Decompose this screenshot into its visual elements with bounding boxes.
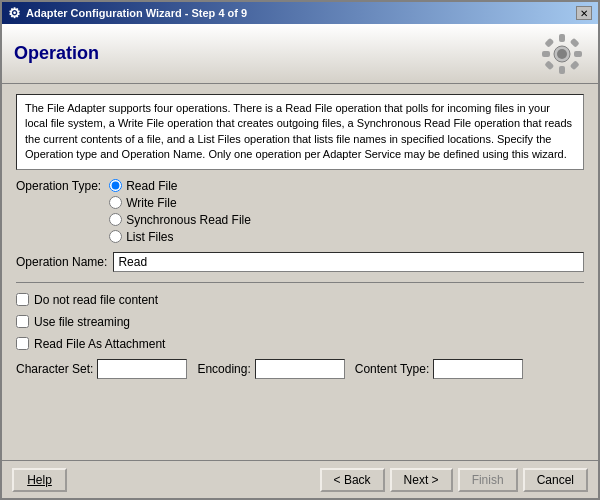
divider-1 xyxy=(16,282,584,283)
window-title: Adapter Configuration Wizard - Step 4 of… xyxy=(26,7,247,19)
header-section: Operation xyxy=(2,24,598,84)
svg-rect-5 xyxy=(544,37,554,47)
radio-write-file: Write File xyxy=(109,195,251,210)
operation-name-label: Operation Name: xyxy=(16,255,107,269)
radio-list-files-input[interactable] xyxy=(109,230,122,243)
svg-rect-6 xyxy=(570,37,580,47)
gear-icon xyxy=(538,30,586,78)
svg-rect-8 xyxy=(570,60,580,70)
back-button[interactable]: < Back xyxy=(320,468,385,492)
encoding-label: Encoding: xyxy=(197,362,250,376)
checkbox-streaming: Use file streaming xyxy=(16,315,584,329)
radio-write-file-label: Write File xyxy=(126,195,176,210)
operation-name-row: Operation Name: xyxy=(16,252,584,272)
checkbox-no-read: Do not read file content xyxy=(16,293,584,307)
charset-input[interactable] xyxy=(97,359,187,379)
content-area: The File Adapter supports four operation… xyxy=(2,84,598,460)
title-bar: ⚙ Adapter Configuration Wizard - Step 4 … xyxy=(2,2,598,24)
checkbox-attachment-input[interactable] xyxy=(16,337,29,350)
footer-left: Help xyxy=(12,468,67,492)
checkbox-streaming-input[interactable] xyxy=(16,315,29,328)
svg-point-9 xyxy=(557,49,567,59)
close-button[interactable]: ✕ xyxy=(576,6,592,20)
radio-read-file-label: Read File xyxy=(126,178,177,193)
radio-write-file-input[interactable] xyxy=(109,196,122,209)
content-type-group: Content Type: xyxy=(355,359,524,379)
encoding-input[interactable] xyxy=(255,359,345,379)
radio-options: Read File Write File Synchronous Read Fi… xyxy=(109,178,251,244)
operation-type-group: Operation Type: Read File Write File Syn… xyxy=(16,178,584,244)
encoding-group: Encoding: xyxy=(197,359,344,379)
svg-rect-3 xyxy=(542,51,550,57)
cancel-button[interactable]: Cancel xyxy=(523,468,588,492)
next-button[interactable]: Next > xyxy=(390,468,453,492)
operation-name-input[interactable] xyxy=(113,252,584,272)
footer-right: < Back Next > Finish Cancel xyxy=(320,468,588,492)
content-type-label: Content Type: xyxy=(355,362,430,376)
finish-button[interactable]: Finish xyxy=(458,468,518,492)
checkbox-no-read-label: Do not read file content xyxy=(34,293,158,307)
checkbox-attachment-label: Read File As Attachment xyxy=(34,337,165,351)
radio-read-file: Read File xyxy=(109,178,251,193)
charset-label: Character Set: xyxy=(16,362,93,376)
svg-rect-2 xyxy=(559,66,565,74)
radio-sync-read: Synchronous Read File xyxy=(109,212,251,227)
radio-list-files: List Files xyxy=(109,229,251,244)
content-type-input[interactable] xyxy=(433,359,523,379)
window-icon: ⚙ xyxy=(8,5,21,21)
operation-type-label: Operation Type: xyxy=(16,178,101,193)
checkbox-no-read-input[interactable] xyxy=(16,293,29,306)
extra-fields-row: Character Set: Encoding: Content Type: xyxy=(16,359,584,379)
description-box: The File Adapter supports four operation… xyxy=(16,94,584,170)
checkbox-streaming-label: Use file streaming xyxy=(34,315,130,329)
page-title: Operation xyxy=(14,43,99,64)
description-text: The File Adapter supports four operation… xyxy=(25,102,572,160)
main-window: ⚙ Adapter Configuration Wizard - Step 4 … xyxy=(0,0,600,500)
radio-sync-read-label: Synchronous Read File xyxy=(126,212,251,227)
checkbox-attachment: Read File As Attachment xyxy=(16,337,584,351)
svg-rect-7 xyxy=(544,60,554,70)
radio-read-file-input[interactable] xyxy=(109,179,122,192)
svg-rect-1 xyxy=(559,34,565,42)
charset-group: Character Set: xyxy=(16,359,187,379)
radio-sync-read-input[interactable] xyxy=(109,213,122,226)
footer: Help < Back Next > Finish Cancel xyxy=(2,460,598,498)
svg-rect-4 xyxy=(574,51,582,57)
radio-list-files-label: List Files xyxy=(126,229,173,244)
help-button[interactable]: Help xyxy=(12,468,67,492)
